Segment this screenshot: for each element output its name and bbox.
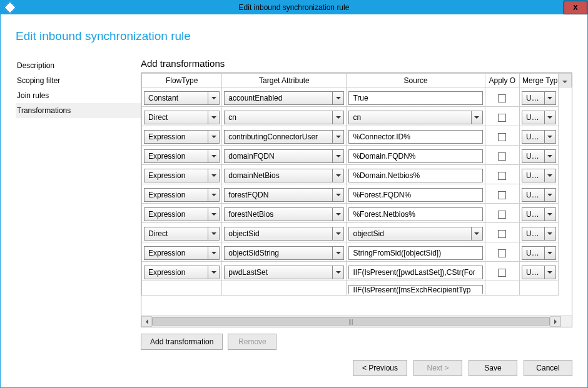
- close-button[interactable]: X: [564, 1, 587, 14]
- mergetype-combo[interactable]: Update: [522, 246, 556, 260]
- chevron-down-icon[interactable]: [544, 150, 555, 162]
- col-header-target[interactable]: Target Attribute: [222, 74, 347, 87]
- flowtype-combo[interactable]: Expression: [144, 266, 220, 279]
- source-combo[interactable]: cn: [348, 111, 482, 124]
- chevron-down-icon[interactable]: [208, 189, 219, 201]
- mergetype-combo[interactable]: Update: [522, 207, 556, 221]
- target-attribute-combo[interactable]: accountEnabled: [224, 91, 344, 105]
- chevron-down-icon[interactable]: [332, 92, 343, 104]
- table-row[interactable]: ExpressionpwdLastSetIIF(IsPresent([pwdLa…: [142, 262, 572, 281]
- flowtype-combo[interactable]: Expression: [144, 130, 220, 144]
- target-attribute-combo[interactable]: objectSidString: [224, 246, 344, 260]
- apply-once-checkbox[interactable]: [498, 191, 506, 199]
- add-transformation-button[interactable]: Add transformation: [141, 334, 223, 350]
- col-header-mergetype[interactable]: Merge Type: [520, 74, 559, 87]
- chevron-down-icon[interactable]: [332, 247, 343, 259]
- source-input[interactable]: IIF(IsPresent([msExchRecipientTyp: [348, 285, 482, 294]
- source-input[interactable]: %Domain.FQDN%: [348, 149, 482, 163]
- next-button[interactable]: Next >: [413, 360, 462, 376]
- chevron-down-icon[interactable]: [471, 111, 482, 124]
- table-row[interactable]: ExpressionforestFQDN%Forest.FQDN%Update: [142, 184, 572, 204]
- chevron-down-icon[interactable]: [208, 247, 219, 259]
- chevron-down-icon[interactable]: [208, 208, 219, 221]
- sidebar-item-description[interactable]: Description: [16, 58, 141, 73]
- mergetype-combo[interactable]: Update: [522, 169, 556, 182]
- chevron-down-icon[interactable]: [544, 189, 555, 201]
- chevron-down-icon[interactable]: [544, 111, 555, 124]
- apply-once-checkbox[interactable]: [498, 114, 506, 122]
- col-header-flowtype[interactable]: FlowType: [142, 74, 222, 87]
- mergetype-combo[interactable]: Update: [522, 227, 556, 241]
- chevron-down-icon[interactable]: [544, 169, 555, 182]
- mergetype-combo[interactable]: Update: [522, 266, 556, 279]
- sidebar-item-join-rules[interactable]: Join rules: [16, 88, 141, 103]
- chevron-down-icon[interactable]: [544, 266, 555, 279]
- table-row[interactable]: ExpressionobjectSidStringStringFromSid([…: [142, 242, 572, 262]
- target-attribute-combo[interactable]: forestFQDN: [224, 188, 344, 202]
- flowtype-combo[interactable]: Expression: [144, 149, 220, 163]
- table-row[interactable]: ConstantaccountEnabledTrueUpdate: [142, 87, 572, 107]
- table-row[interactable]: DirectcncnUpdate: [142, 107, 572, 126]
- apply-once-checkbox[interactable]: [498, 249, 506, 257]
- apply-once-checkbox[interactable]: [498, 133, 506, 141]
- chevron-down-icon[interactable]: [544, 131, 555, 143]
- col-header-source[interactable]: Source: [347, 74, 485, 87]
- chevron-down-icon[interactable]: [544, 227, 555, 240]
- source-input[interactable]: %Forest.Netbios%: [348, 207, 482, 221]
- chevron-down-icon[interactable]: [332, 150, 343, 162]
- chevron-down-icon[interactable]: [208, 150, 219, 162]
- source-input[interactable]: %Domain.Netbios%: [348, 169, 482, 182]
- apply-once-checkbox[interactable]: [498, 172, 506, 180]
- target-attribute-combo[interactable]: forestNetBios: [224, 207, 344, 221]
- mergetype-combo[interactable]: Update: [522, 149, 556, 163]
- chevron-down-icon[interactable]: [544, 208, 555, 221]
- source-input[interactable]: %Forest.FQDN%: [348, 188, 482, 202]
- target-attribute-combo[interactable]: cn: [224, 111, 344, 124]
- mergetype-combo[interactable]: Update: [522, 91, 556, 105]
- scroll-left-button[interactable]: [141, 316, 152, 327]
- chevron-down-icon[interactable]: [544, 92, 555, 104]
- save-button[interactable]: Save: [469, 360, 517, 376]
- source-input[interactable]: True: [348, 91, 482, 105]
- table-row[interactable]: DirectobjectSidobjectSidUpdate: [142, 223, 572, 242]
- target-attribute-combo[interactable]: objectSid: [224, 227, 344, 241]
- flowtype-combo[interactable]: Expression: [144, 188, 220, 202]
- flowtype-combo[interactable]: Constant: [144, 91, 220, 105]
- chevron-down-icon[interactable]: [208, 227, 219, 240]
- apply-once-checkbox[interactable]: [498, 152, 506, 161]
- flowtype-combo[interactable]: Direct: [144, 111, 220, 124]
- remove-button[interactable]: Remove: [228, 334, 276, 350]
- chevron-down-icon[interactable]: [332, 189, 343, 201]
- chevron-down-icon[interactable]: [208, 92, 219, 104]
- chevron-down-icon[interactable]: [208, 266, 219, 279]
- horizontal-scrollbar[interactable]: |||: [141, 316, 560, 327]
- scroll-right-button[interactable]: [550, 316, 560, 327]
- chevron-down-icon[interactable]: [208, 111, 219, 124]
- previous-button[interactable]: < Previous: [353, 360, 407, 376]
- chevron-down-icon[interactable]: [208, 169, 219, 182]
- mergetype-combo[interactable]: Update: [522, 188, 556, 202]
- target-attribute-combo[interactable]: contributingConnectorUser: [224, 130, 344, 144]
- flowtype-combo[interactable]: Expression: [144, 207, 220, 221]
- table-row[interactable]: ExpressionforestNetBios%Forest.Netbios%U…: [142, 204, 572, 223]
- target-attribute-combo[interactable]: pwdLastSet: [224, 266, 344, 279]
- sidebar-item-transformations[interactable]: Transformations: [16, 103, 141, 118]
- table-row[interactable]: ExpressiondomainFQDN%Domain.FQDN%Update: [142, 146, 572, 165]
- apply-once-checkbox[interactable]: [498, 269, 506, 277]
- apply-once-checkbox[interactable]: [498, 94, 506, 102]
- chevron-down-icon[interactable]: [332, 131, 343, 143]
- scroll-down-button[interactable]: [559, 76, 571, 87]
- apply-once-checkbox[interactable]: [498, 230, 506, 238]
- cancel-button[interactable]: Cancel: [524, 360, 572, 376]
- sidebar-item-scoping-filter[interactable]: Scoping filter: [16, 73, 141, 88]
- chevron-down-icon[interactable]: [332, 169, 343, 182]
- target-attribute-combo[interactable]: domainFQDN: [224, 149, 344, 163]
- hscroll-thumb[interactable]: |||: [152, 317, 550, 326]
- chevron-down-icon[interactable]: [332, 266, 343, 279]
- chevron-down-icon[interactable]: [332, 227, 343, 240]
- chevron-down-icon[interactable]: [208, 131, 219, 143]
- table-row[interactable]: IIF(IsPresent([msExchRecipientTyp: [142, 281, 572, 296]
- source-input[interactable]: %Connector.ID%: [348, 130, 482, 144]
- col-header-applyonce[interactable]: Apply O: [485, 74, 519, 87]
- vertical-scrollbar[interactable]: [559, 74, 571, 87]
